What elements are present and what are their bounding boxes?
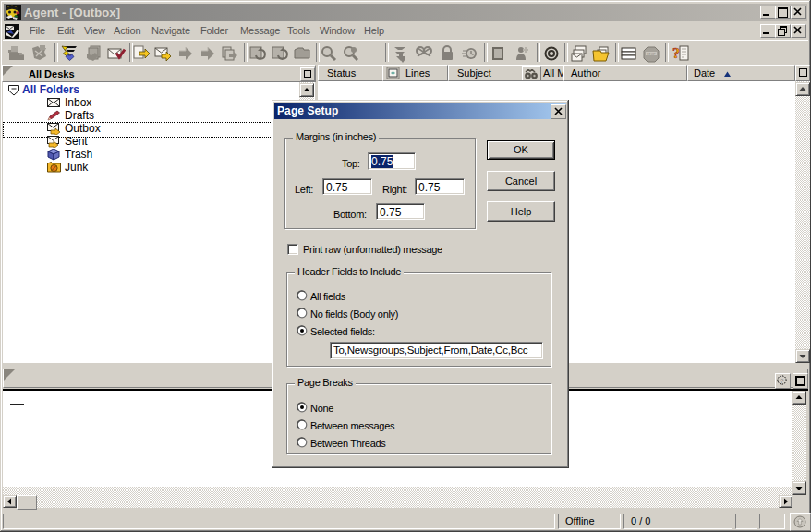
svg-text:?: ? [672,45,680,61]
svg-text:?: ? [780,377,784,385]
svg-text:STOP: STOP [647,53,656,56]
